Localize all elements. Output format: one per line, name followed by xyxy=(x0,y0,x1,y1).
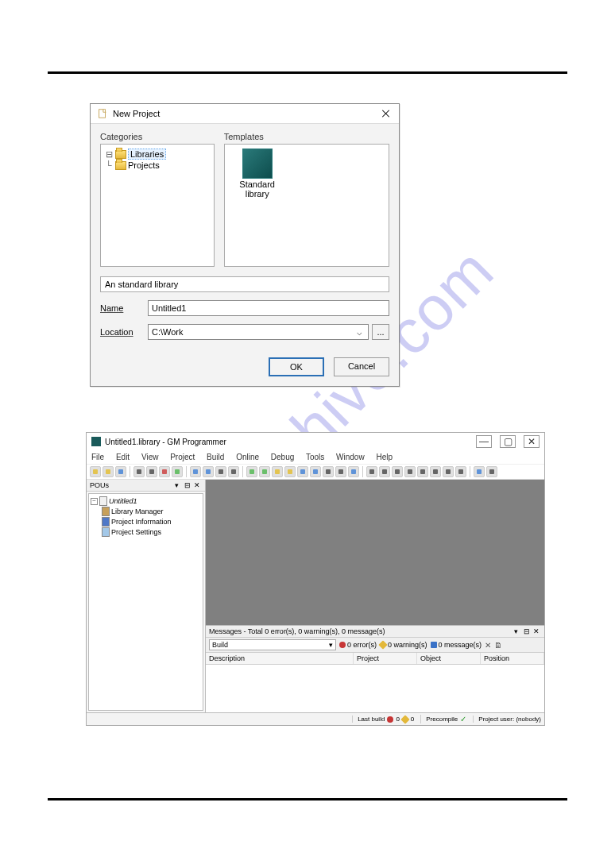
close-icon[interactable]: ✕ xyxy=(194,481,202,489)
browse-button[interactable]: ... xyxy=(372,324,389,340)
messages-chip[interactable]: 0 message(s) xyxy=(431,641,482,649)
menu-view[interactable]: View xyxy=(141,453,159,461)
pin-icon[interactable]: ⊟ xyxy=(524,627,532,635)
tree-item-label: Project Information xyxy=(111,518,172,526)
templates-list[interactable]: Standard library xyxy=(224,144,389,267)
menu-debug[interactable]: Debug xyxy=(271,453,294,461)
name-input[interactable] xyxy=(148,300,389,316)
toolbar-button[interactable] xyxy=(90,466,101,477)
menu-help[interactable]: Help xyxy=(376,453,393,461)
toolbar-button[interactable] xyxy=(404,466,416,477)
chevron-down-icon[interactable]: ⌵ xyxy=(354,327,365,338)
build-warnings: 0 xyxy=(411,716,414,723)
col-object[interactable]: Object xyxy=(417,653,481,664)
location-value: C:\Work xyxy=(152,327,354,337)
toolbar-button[interactable] xyxy=(102,466,114,477)
messages-body xyxy=(206,665,544,712)
col-project[interactable]: Project xyxy=(354,653,417,664)
warnings-chip[interactable]: 0 warning(s) xyxy=(380,641,427,649)
close-icon[interactable] xyxy=(380,107,393,120)
tree-item-library-manager[interactable]: Library Manager xyxy=(91,507,201,516)
toolbar-button[interactable] xyxy=(203,466,214,477)
templates-column: Templates Standard library xyxy=(224,132,389,267)
toolbar-button[interactable] xyxy=(228,466,239,477)
location-label: Location xyxy=(100,327,148,337)
toolbar-button[interactable] xyxy=(335,466,346,477)
tree-root-label: Untitled1 xyxy=(109,497,137,505)
menu-file[interactable]: File xyxy=(91,453,104,461)
tree-item-label: Library Manager xyxy=(111,507,164,515)
toolbar-separator xyxy=(186,466,187,477)
toolbar-button[interactable] xyxy=(323,466,334,477)
toolbar-button[interactable] xyxy=(379,466,390,477)
toolbar-button[interactable] xyxy=(284,466,296,477)
toolbar-button[interactable] xyxy=(430,466,441,477)
panel-header: POUs ▾ ⊟ ✕ xyxy=(87,480,205,492)
ok-button[interactable]: OK xyxy=(269,357,324,376)
project-tree[interactable]: − Untitled1 Library Manager Project Info… xyxy=(88,493,203,711)
toolbar-button[interactable] xyxy=(259,466,270,477)
menu-build[interactable]: Build xyxy=(207,453,224,461)
toolbar-button[interactable] xyxy=(172,466,183,477)
toolbar-button[interactable] xyxy=(455,466,466,477)
toolbar-separator xyxy=(130,466,130,477)
close-icon[interactable]: ✕ xyxy=(524,435,540,448)
expand-icon[interactable]: − xyxy=(91,498,98,505)
toolbar-button[interactable] xyxy=(146,466,157,477)
errors-chip[interactable]: 0 error(s) xyxy=(339,641,377,649)
toolbar-button[interactable] xyxy=(133,466,145,477)
col-position[interactable]: Position xyxy=(481,653,544,664)
tree-branch-icon: ⊟ xyxy=(106,149,114,160)
toolbar-button[interactable] xyxy=(392,466,403,477)
messages-filter-select[interactable]: Build ▾ xyxy=(209,639,336,650)
ide-window: Untitled1.library - GM Programmer — ▢ ✕ … xyxy=(86,432,545,726)
toolbar-button[interactable] xyxy=(310,466,321,477)
ide-titlebar: Untitled1.library - GM Programmer — ▢ ✕ xyxy=(87,433,544,450)
toolbar-button[interactable] xyxy=(159,466,170,477)
chevron-down-icon[interactable]: ▾ xyxy=(175,481,183,489)
clear-icon[interactable]: ✕ xyxy=(485,641,491,650)
toolbar-button[interactable] xyxy=(443,466,454,477)
toolbar-button[interactable] xyxy=(366,466,377,477)
error-icon xyxy=(339,642,346,648)
template-description: An standard library xyxy=(100,276,389,292)
last-build-label: Last build xyxy=(358,716,385,723)
close-icon[interactable]: ✕ xyxy=(533,627,541,635)
pin-icon[interactable]: ⊟ xyxy=(184,481,192,489)
toolbar-button[interactable] xyxy=(190,466,201,477)
template-standard-library[interactable]: Standard library xyxy=(230,149,285,261)
toolbar-button[interactable] xyxy=(215,466,226,477)
category-projects[interactable]: └ Projects xyxy=(102,160,212,170)
errors-count: 0 error(s) xyxy=(347,641,377,649)
toolbar-button[interactable] xyxy=(486,466,497,477)
col-description[interactable]: Description xyxy=(206,653,354,664)
tree-item-project-information[interactable]: Project Information xyxy=(91,517,201,527)
clipboard-icon[interactable]: 🗎 xyxy=(494,641,502,650)
toolbar-button[interactable] xyxy=(272,466,283,477)
window-title: Untitled1.library - GM Programmer xyxy=(105,438,476,446)
tree-root[interactable]: − Untitled1 xyxy=(91,496,201,506)
toolbar-button[interactable] xyxy=(297,466,308,477)
new-project-dialog: New Project Categories ⊟ Libraries └ Pro… xyxy=(90,103,400,387)
menu-edit[interactable]: Edit xyxy=(116,453,130,461)
minimize-icon[interactable]: — xyxy=(476,435,492,448)
menu-window[interactable]: Window xyxy=(336,453,365,461)
menu-tools[interactable]: Tools xyxy=(306,453,324,461)
maximize-icon[interactable]: ▢ xyxy=(500,435,516,448)
toolbar-button[interactable] xyxy=(474,466,485,477)
menu-online[interactable]: Online xyxy=(236,453,259,461)
menu-project[interactable]: Project xyxy=(170,453,195,461)
status-last-build: Last build 0 0 xyxy=(352,716,414,723)
toolbar-button[interactable] xyxy=(246,466,257,477)
toolbar-button[interactable] xyxy=(115,466,126,477)
cancel-button[interactable]: Cancel xyxy=(334,357,389,376)
location-combo[interactable]: C:\Work ⌵ xyxy=(148,324,369,340)
categories-list[interactable]: ⊟ Libraries └ Projects xyxy=(100,144,215,267)
tree-item-project-settings[interactable]: Project Settings xyxy=(91,527,201,537)
toolbar-separator xyxy=(362,466,363,477)
warnings-count: 0 warning(s) xyxy=(388,641,427,649)
chevron-down-icon[interactable]: ▾ xyxy=(514,627,522,635)
toolbar-button[interactable] xyxy=(348,466,359,477)
toolbar-button[interactable] xyxy=(417,466,428,477)
message-icon xyxy=(431,642,437,648)
